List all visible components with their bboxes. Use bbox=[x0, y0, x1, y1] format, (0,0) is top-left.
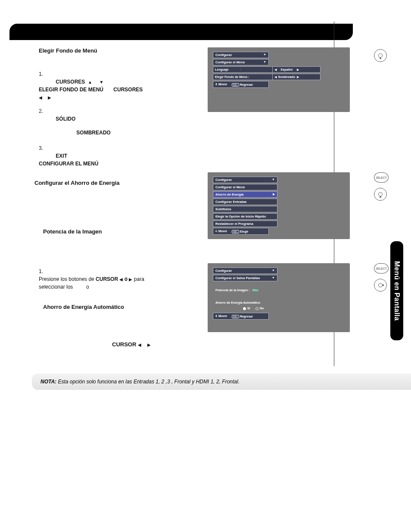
section1-steps: 1. xxxxxx CURSORES ▲ ▼ ELEGIR FONDO DE M… bbox=[39, 70, 172, 168]
step-number: 3. bbox=[39, 144, 48, 152]
move-icon: ✢ bbox=[215, 230, 218, 233]
sel-icon: SEL bbox=[232, 83, 239, 87]
chevron-down-icon: ▼ bbox=[263, 60, 266, 63]
osd-row-fondo: Elegir Fondo de Menú : ◀Sombreado▶ bbox=[213, 74, 321, 80]
chevron-down-icon: ▼ bbox=[272, 178, 275, 181]
remote-cursor-button bbox=[374, 49, 387, 62]
osd2-block: SELECT Configurar▼ Configurar el Menú Ah… bbox=[181, 172, 332, 239]
osd3-block: SELECT Configurar▼ Configurar el Salva P… bbox=[181, 263, 332, 332]
remote-cursor-button bbox=[374, 279, 387, 292]
triangle-right-icon: ▶ bbox=[129, 277, 132, 282]
note-box: NOTA: Esta opción solo funciona en las E… bbox=[32, 373, 411, 390]
section1-title: Elegir Fondo de Menú bbox=[39, 47, 172, 54]
osd-help-bar: ⬍ Mover SEL Regresar bbox=[213, 81, 269, 88]
osd1-block: Configurar▼ Configurar el Menú▼ Lenguaje… bbox=[181, 47, 332, 112]
triangle-right-icon: ▶ bbox=[147, 343, 151, 347]
sel-icon: SEL bbox=[232, 315, 239, 318]
step-number: 1. bbox=[39, 268, 48, 275]
osd-item: Configurar el Menú bbox=[213, 184, 277, 190]
step-text: xxxxxx EXIT CONFIGURAR EL MENÚ bbox=[39, 152, 172, 168]
step-text: Presione los botones de CURSOR ◀ ó ▶ par… bbox=[39, 275, 172, 291]
osd-item: Configurar Entradas bbox=[213, 199, 277, 205]
chevron-down-icon: ▼ bbox=[272, 269, 275, 272]
content-area: Elegir Fondo de Menú 1. xxxxxx CURSORES … bbox=[13, 47, 398, 348]
step-number: 2. bbox=[39, 107, 48, 115]
osd-radio-row: Sí No bbox=[213, 305, 321, 313]
remote-select-button: SELECT bbox=[374, 172, 389, 183]
osd-heading-ahorro: Ahorro de Energía Automático bbox=[213, 300, 321, 305]
remote-cursor-button bbox=[374, 188, 387, 201]
triangle-right-icon: ▶ bbox=[48, 96, 51, 100]
osd-help-bar: ✢ Mover SEL Elegir bbox=[213, 228, 269, 235]
osd-row-lenguaje: Lenguaje : ◀ Español ▶ bbox=[213, 66, 321, 73]
triangle-left-icon: ◀ bbox=[119, 277, 123, 282]
sel-icon: SEL bbox=[232, 230, 239, 233]
triangle-left-icon: ◀ bbox=[274, 75, 277, 79]
d-pad-down-icon bbox=[378, 53, 383, 58]
note-label: NOTA: bbox=[40, 379, 56, 385]
up-down-icon: ⬍ bbox=[215, 83, 218, 86]
triangle-right-icon: ▶ bbox=[297, 75, 299, 79]
osd1-screen: Configurar▼ Configurar el Menú▼ Lenguaje… bbox=[208, 47, 350, 112]
triangle-down-icon: ▼ bbox=[100, 80, 104, 84]
osd-item: Elegir la Opción de Inicio Rápido bbox=[213, 213, 277, 220]
chevron-right-icon: ▶ bbox=[273, 193, 275, 196]
remote-select-button: SELECT bbox=[374, 263, 389, 274]
osd-title: Configurar▼ bbox=[213, 177, 277, 183]
triangle-up-icon: ▲ bbox=[88, 80, 92, 84]
osd-item: Restablecer el Programa bbox=[213, 221, 277, 227]
osd3-screen: Configurar▼ Configurar el Salva Pantalla… bbox=[208, 263, 350, 332]
triangle-right-icon: ▶ bbox=[297, 68, 299, 72]
d-pad-down-icon bbox=[378, 192, 383, 196]
sub-ahorro: Ahorro de Energía Automático bbox=[43, 304, 172, 310]
up-down-icon: ⬍ bbox=[215, 314, 218, 317]
osd-title: Configurar▼ bbox=[213, 268, 277, 274]
chevron-down-icon: ▼ bbox=[272, 276, 275, 279]
radio-filled-icon bbox=[243, 307, 246, 310]
note-text: Esta opción solo funciona en las Entrada… bbox=[56, 379, 240, 385]
d-pad-right-icon bbox=[378, 283, 383, 287]
sub-potencia: Potencia de la Imagen bbox=[43, 228, 172, 235]
page: Menú en Pantalla Elegir Fondo de Menú 1.… bbox=[0, 0, 411, 532]
section2-steps: 1. Presione los botones de CURSOR ◀ ó ▶ … bbox=[39, 268, 172, 291]
triangle-left-icon: ◀ bbox=[39, 96, 42, 100]
osd-item: Subtítulos bbox=[213, 206, 277, 212]
section2-title: Configurar el Ahorro de Energía bbox=[34, 180, 172, 186]
step-text: xxxxxx CURSORES ▲ ▼ ELEGIR FONDO DE MENÚ… bbox=[39, 78, 172, 101]
header-bar bbox=[9, 24, 353, 40]
osd-sub: Configurar el Salva Pantallas▼ bbox=[213, 275, 277, 281]
osd-title: Configurar▼ bbox=[213, 52, 269, 58]
step-number: 1. bbox=[39, 70, 48, 78]
left-column: Elegir Fondo de Menú 1. xxxxxx CURSORES … bbox=[13, 47, 177, 348]
step-text: xxxxxx SÓLIDO xxxxxxxxxxxxxx SOMBREADO bbox=[39, 115, 172, 137]
osd-help-bar: ⬍ Mover SEL Regresar bbox=[213, 313, 269, 320]
right-column: Configurar▼ Configurar el Menú▼ Lenguaje… bbox=[177, 47, 332, 348]
osd-sub: Configurar el Menú▼ bbox=[213, 59, 269, 65]
triangle-left-icon: ◀ bbox=[274, 68, 277, 72]
chevron-down-icon: ▼ bbox=[263, 53, 266, 56]
osd-row-potencia: Potencia de la Imagen : Max bbox=[213, 286, 321, 294]
cursor-lr: CURSOR ◀ ▶ bbox=[112, 341, 172, 348]
osd2-screen: Configurar▼ Configurar el Menú Ahorro de… bbox=[208, 172, 350, 239]
osd-item-highlight: Ahorro de Energía▶ bbox=[213, 191, 277, 198]
triangle-left-icon: ◀ bbox=[138, 343, 141, 347]
radio-empty-icon bbox=[255, 307, 258, 310]
